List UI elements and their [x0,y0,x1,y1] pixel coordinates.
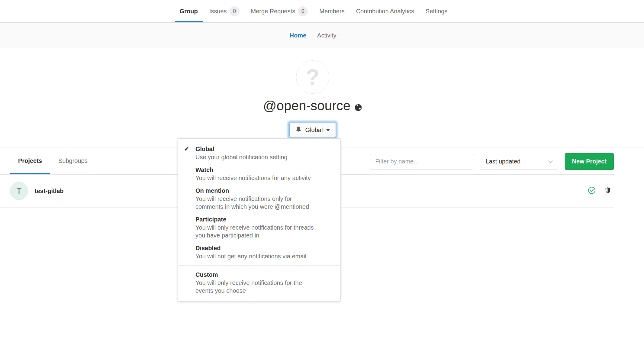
sort-dropdown-selected: Last updated [486,158,521,165]
menu-item-global[interactable]: ✔ Global Use your global notification se… [178,143,340,163]
project-avatar: T [10,182,28,200]
menu-item-global-description: Use your global notification setting [195,153,321,161]
tab-group[interactable]: Group [175,0,203,22]
check-icon: ✔ [184,145,189,153]
pipeline-check-circle-icon[interactable] [588,186,596,195]
merge-requests-count-badge: 0 [298,6,308,16]
group-sub-nav-inner: Home Activity [0,23,635,48]
project-avatar-letter: T [17,186,22,196]
menu-item-on-mention-title: On mention [195,187,333,195]
notification-button-label: Global [305,127,323,134]
tab-group-label: Group [180,8,198,15]
tab-contribution-analytics-label: Contribution Analytics [356,8,414,15]
filter-by-name-input[interactable] [370,154,473,169]
notification-dropdown-menu: ✔ Global Use your global notification se… [178,138,341,302]
menu-item-disabled[interactable]: Disabled You will not get any notificati… [178,242,340,263]
tab-issues-label: Issues [209,8,227,15]
menu-item-watch-title: Watch [195,166,333,174]
tab-issues[interactable]: Issues 0 [204,0,245,22]
chevron-down-icon [326,129,330,131]
tab-merge-requests-label: Merge Requests [251,8,295,15]
menu-item-disabled-description: You will not get any notifications via e… [195,252,321,260]
menu-item-watch-description: You will receive notifications for any a… [195,174,321,182]
projects-tabs: Projects Subgroups [10,147,96,174]
menu-item-participate-description: You will only receive notifications for … [195,224,321,239]
tab-merge-requests[interactable]: Merge Requests 0 [246,0,313,22]
menu-item-global-title: Global [195,145,333,153]
subtab-activity[interactable]: Activity [312,32,342,39]
menu-item-disabled-title: Disabled [195,244,333,252]
tab-settings[interactable]: Settings [420,0,452,22]
project-name-link[interactable]: test-gitlab [35,188,64,195]
menu-item-custom-title: Custom [195,271,333,279]
menu-item-custom-description: You will only receive notifications for … [195,279,321,295]
tab-contribution-analytics[interactable]: Contribution Analytics [351,0,419,22]
group-avatar-placeholder: ? [306,65,319,89]
menu-item-on-mention-description: You will receive notifications only for … [195,195,321,211]
group-cover-inner: ? @open-source [0,49,635,137]
gitlab-group-page: Group Issues 0 Merge Requests 0 Members … [0,0,644,342]
group-top-nav: Group Issues 0 Merge Requests 0 Members … [0,0,644,23]
tab-subgroups-label: Subgroups [58,157,88,164]
new-project-button[interactable]: New Project [565,153,614,170]
sort-dropdown[interactable]: Last updated [480,154,558,169]
menu-item-participate-title: Participate [195,215,333,224]
notification-button-wrap: Global [289,123,336,137]
tab-members[interactable]: Members [314,0,349,22]
menu-item-watch[interactable]: Watch You will receive notifications for… [178,163,340,184]
bell-icon [295,126,302,134]
project-row-icons [588,186,611,195]
menu-divider [178,265,340,266]
group-cover: ? @open-source [0,49,644,147]
tab-settings-label: Settings [426,8,447,15]
menu-item-on-mention[interactable]: On mention You will receive notification… [178,184,340,213]
group-name: @open-source [263,98,350,113]
projects-toolbar: Last updated New Project [370,153,614,170]
menu-item-participate[interactable]: Participate You will only receive notifi… [178,213,340,242]
tab-projects-label: Projects [18,157,42,164]
group-sub-nav: Home Activity [0,23,644,48]
menu-item-custom[interactable]: Custom You will only receive notificatio… [178,268,340,297]
tab-members-label: Members [319,8,344,15]
group-top-nav-inner: Group Issues 0 Merge Requests 0 Members … [0,0,636,22]
issues-count-badge: 0 [230,6,240,16]
tab-subgroups[interactable]: Subgroups [50,147,96,174]
subtab-home-label: Home [290,32,307,39]
shield-half-icon [604,187,611,195]
group-title: @open-source [263,98,362,113]
subtab-home[interactable]: Home [284,32,312,39]
tab-projects[interactable]: Projects [10,147,50,174]
group-avatar: ? [296,60,329,94]
notification-dropdown-button[interactable]: Global [289,123,336,137]
earth-icon [354,99,362,115]
chevron-down-icon [548,158,553,163]
subtab-activity-label: Activity [317,32,336,39]
